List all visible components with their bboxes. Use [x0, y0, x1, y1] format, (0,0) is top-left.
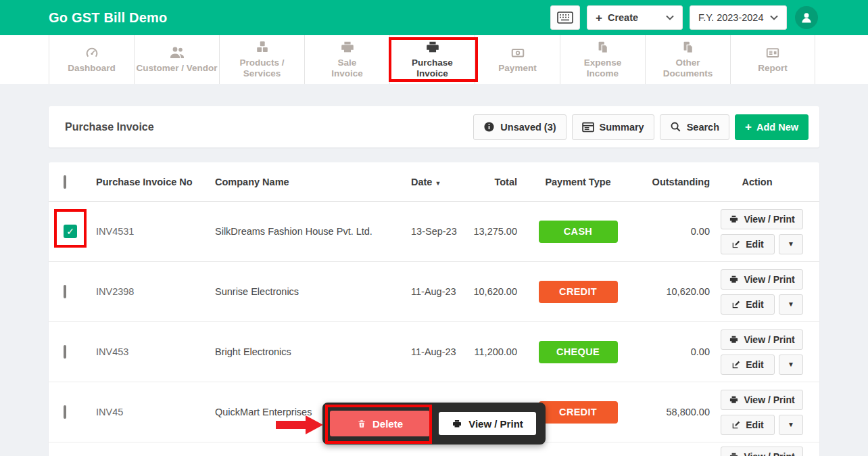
nav-item-purchase-invoice[interactable]: Purchase Invoice: [389, 35, 475, 84]
nav-item-sale-invoice[interactable]: Sale Invoice: [304, 35, 389, 84]
check-icon: ✓: [66, 226, 74, 237]
info-icon: [483, 121, 495, 133]
page-title: Purchase Invoice: [65, 121, 154, 133]
caret-down-icon: ▼: [788, 240, 794, 248]
table-header-row: Purchase Invoice No Company Name Date▼ T…: [49, 162, 819, 202]
nav-item-expense-income[interactable]: Expense Income: [560, 35, 645, 84]
edit-icon: [731, 240, 741, 249]
date-cell: 11-Aug-23: [411, 286, 465, 297]
caret-down-icon: ▼: [788, 421, 794, 428]
edit-icon: [731, 420, 741, 430]
view-print-button[interactable]: View / Print: [721, 447, 803, 456]
select-all-checkbox[interactable]: [64, 175, 66, 189]
total-cell: 11,200.00: [465, 346, 517, 357]
row-checkbox[interactable]: [64, 345, 66, 359]
company-cell: Bright Electronics: [215, 346, 411, 357]
nav-item-customer-vendor[interactable]: Customer / Vendor: [134, 35, 219, 84]
cubes-icon: [254, 40, 270, 55]
printer-icon: [729, 452, 739, 456]
printer-icon: [452, 419, 462, 429]
financial-year-label: F.Y. 2023-2024: [698, 12, 763, 23]
nav-label: Sale: [338, 58, 357, 68]
view-print-button[interactable]: View / Print: [721, 329, 803, 350]
outstanding-cell: 0.00: [639, 226, 710, 237]
unsaved-button[interactable]: Unsaved (3): [473, 114, 566, 140]
view-print-button[interactable]: View / Print: [721, 390, 803, 410]
financial-year-dropdown[interactable]: F.Y. 2023-2024: [690, 5, 787, 30]
payment-type-badge: CREDIT: [539, 281, 618, 303]
search-icon: [670, 121, 681, 133]
search-button[interactable]: Search: [660, 114, 729, 140]
edit-button[interactable]: Edit: [721, 415, 775, 435]
delete-button[interactable]: Delete: [330, 411, 430, 436]
page-header-card: Purchase Invoice Unsaved (3) Summary Sea…: [49, 106, 819, 147]
add-new-button[interactable]: + Add New: [735, 114, 809, 140]
edit-icon: [731, 360, 741, 369]
money-icon: [510, 45, 526, 60]
column-header-invoice-no: Purchase Invoice No: [96, 177, 215, 187]
more-actions-dropdown[interactable]: ▼: [779, 294, 803, 315]
summary-button[interactable]: Summary: [572, 114, 654, 140]
column-header-outstanding: Outstanding: [639, 177, 710, 187]
table-row: INV2398 Sunrise Electronics 11-Aug-23 10…: [49, 262, 819, 322]
main-navigation: Dashboard Customer / Vendor Products / S…: [0, 35, 868, 84]
nav-item-products-services[interactable]: Products / Services: [219, 35, 304, 84]
printer-icon: [340, 40, 355, 55]
trash-icon: [357, 419, 366, 429]
nav-label: Products / Services: [220, 58, 304, 79]
outstanding-cell: 58,800.00: [639, 407, 710, 417]
dashboard-icon: [84, 45, 100, 60]
create-dropdown-label: Create: [608, 12, 638, 23]
sort-caret-icon: ▼: [435, 180, 441, 187]
nav-label: Customer / Vendor: [136, 63, 217, 74]
printer-icon: [729, 275, 739, 284]
context-view-print-button[interactable]: View / Print: [439, 412, 536, 435]
keyboard-shortcuts-button[interactable]: [550, 5, 580, 30]
row-checkbox[interactable]: ✓: [64, 225, 77, 238]
list-icon: [582, 122, 594, 133]
nav-label: Documents: [663, 68, 713, 79]
printer-icon: [729, 214, 739, 224]
view-print-button[interactable]: View / Print: [721, 209, 803, 229]
keyboard-icon: [557, 12, 573, 24]
date-cell: 13-Sep-23: [411, 226, 465, 237]
column-header-date[interactable]: Date▼: [411, 177, 465, 187]
create-dropdown[interactable]: + Create: [587, 5, 683, 30]
more-actions-dropdown[interactable]: ▼: [779, 355, 803, 375]
nav-item-report[interactable]: Report: [730, 35, 815, 84]
date-cell: 11-Aug-23: [411, 346, 465, 357]
table-row: INV453 Bright Electronics 11-Aug-23 11,2…: [49, 322, 819, 382]
plus-icon: +: [596, 12, 602, 24]
plus-icon: +: [745, 121, 752, 133]
nav-item-payment[interactable]: Payment: [475, 35, 560, 84]
edit-button[interactable]: Edit: [721, 234, 775, 254]
more-actions-dropdown[interactable]: ▼: [779, 415, 803, 435]
nav-label: Purchase: [412, 58, 453, 68]
nav-item-other-documents[interactable]: Other Documents: [645, 35, 730, 84]
edit-button[interactable]: Edit: [721, 294, 775, 315]
chevron-down-icon: [666, 15, 674, 20]
newspaper-icon: [765, 45, 781, 60]
payment-type-badge: CHEQUE: [539, 341, 618, 363]
nav-label: Expense: [584, 58, 622, 68]
unsaved-label: Unsaved (3): [500, 122, 556, 133]
row-context-menu: Delete View / Print: [322, 403, 546, 444]
chevron-down-icon: [770, 15, 778, 20]
edit-button[interactable]: Edit: [721, 355, 775, 375]
documents-icon: [596, 40, 610, 55]
app-header: Go GST Bill Demo + Create F.Y. 2023-2024: [0, 0, 868, 35]
total-cell: 13,275.00: [465, 226, 517, 237]
view-print-button[interactable]: View / Print: [721, 269, 803, 290]
caret-down-icon: ▼: [788, 361, 794, 368]
nav-item-dashboard[interactable]: Dashboard: [49, 35, 134, 84]
user-avatar[interactable]: [795, 6, 818, 29]
nav-label: Income: [587, 68, 619, 79]
caret-down-icon: ▼: [788, 300, 794, 308]
row-checkbox[interactable]: [64, 405, 66, 419]
row-checkbox[interactable]: [64, 285, 66, 298]
invoice-no-cell: INV2398: [96, 286, 215, 297]
documents-icon: [681, 40, 696, 55]
more-actions-dropdown[interactable]: ▼: [779, 234, 803, 254]
invoice-no-cell: INV4531: [96, 226, 215, 237]
nav-label: Invoice: [416, 68, 448, 79]
